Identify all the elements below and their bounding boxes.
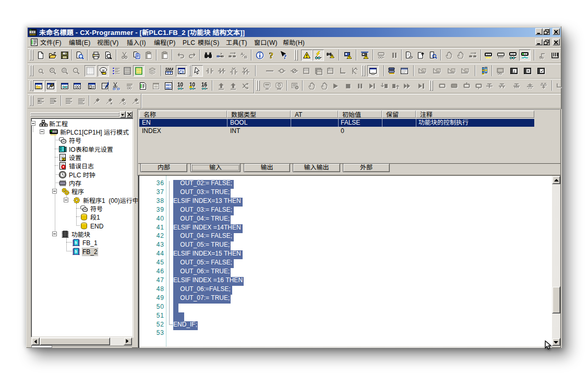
svg-text:5: 5 xyxy=(75,240,77,245)
svg-text:16: 16 xyxy=(201,82,208,88)
svg-text:B: B xyxy=(244,55,247,59)
svg-text:z: z xyxy=(513,69,515,73)
svg-text:10: 10 xyxy=(177,82,184,88)
svg-text:002: 002 xyxy=(166,87,171,90)
svg-text:w: w xyxy=(102,68,105,72)
svg-text:SMA: SMA xyxy=(165,67,173,71)
svg-text:v: v xyxy=(452,69,454,72)
svg-text:z: z xyxy=(423,69,425,72)
svg-text:x: x xyxy=(438,69,439,72)
svg-text:?: ? xyxy=(283,53,287,60)
svg-text:CI: CI xyxy=(179,69,184,75)
svg-text:?: ? xyxy=(269,51,274,59)
svg-text:5: 5 xyxy=(75,249,77,254)
